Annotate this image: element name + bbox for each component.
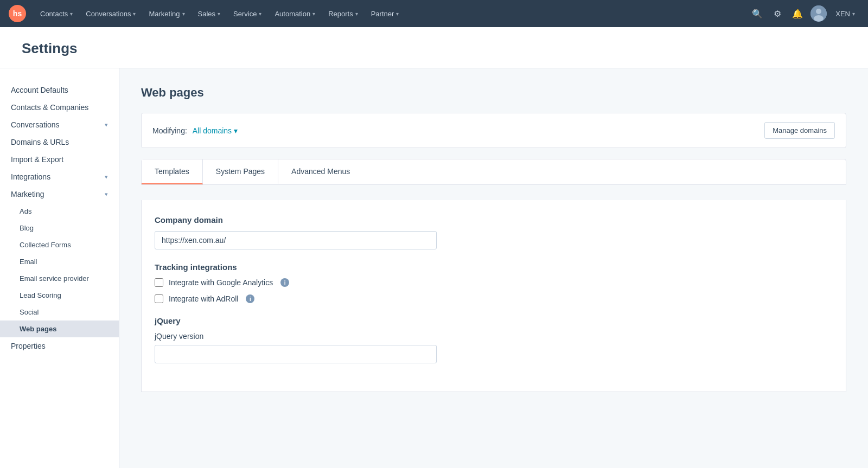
settings-layout: Account Defaults Contacts & Companies Co… [0, 68, 868, 468]
chevron-down-icon: ▾ [355, 11, 358, 17]
user-menu[interactable]: XEN ▾ [831, 7, 859, 21]
settings-sidebar: Account Defaults Contacts & Companies Co… [0, 68, 119, 468]
info-icon[interactable]: i [280, 278, 289, 287]
chevron-down-icon: ▾ [259, 11, 261, 17]
sidebar-item-import-export[interactable]: Import & Export [0, 151, 119, 168]
chevron-down-icon: ▾ [105, 121, 108, 129]
sidebar-item-ads[interactable]: Ads [0, 203, 119, 220]
info-icon[interactable]: i [246, 294, 254, 303]
tab-templates[interactable]: Templates [142, 159, 203, 184]
avatar[interactable] [810, 5, 827, 22]
modifying-bar: Modifying: All domains ▾ Manage domains [141, 113, 846, 148]
sidebar-item-account-defaults[interactable]: Account Defaults [0, 81, 119, 99]
sidebar-item-properties[interactable]: Properties [0, 337, 119, 355]
sidebar-item-integrations[interactable]: Integrations ▾ [0, 168, 119, 185]
nav-partner[interactable]: Partner ▾ [366, 7, 405, 21]
tab-content: Company domain Tracking integrations Int… [141, 200, 846, 392]
bell-icon[interactable]: 🔔 [789, 5, 806, 22]
search-icon[interactable]: 🔍 [749, 5, 766, 22]
gear-icon[interactable]: ⚙ [770, 5, 784, 22]
company-domain-input[interactable] [155, 231, 437, 249]
tabs: Templates System Pages Advanced Menus [141, 159, 846, 185]
tabs-container: Templates System Pages Advanced Menus Co… [141, 159, 846, 392]
sidebar-item-social[interactable]: Social [0, 304, 119, 320]
nav-service[interactable]: Service ▾ [228, 7, 267, 21]
jquery-section: jQuery jQuery version [155, 316, 833, 376]
sidebar-item-web-pages[interactable]: Web pages [0, 320, 119, 337]
chevron-down-icon: ▾ [105, 191, 108, 198]
modifying-label-group: Modifying: All domains ▾ [152, 126, 238, 135]
svg-point-3 [816, 9, 821, 14]
jquery-version-input[interactable] [155, 345, 437, 363]
chevron-down-icon: ▾ [396, 11, 399, 17]
settings-page-title: Settings [22, 40, 846, 57]
adroll-row: Integrate with AdRoll i [155, 294, 833, 303]
nav-reports[interactable]: Reports ▾ [323, 7, 363, 21]
top-navigation: hs Contacts ▾ Conversations ▾ Marketing … [0, 0, 868, 27]
google-analytics-row: Integrate with Google Analytics i [155, 278, 833, 287]
jquery-version-label: jQuery version [155, 332, 833, 341]
tracking-integrations-label: Tracking integrations [155, 262, 833, 272]
nav-automation[interactable]: Automation ▾ [269, 7, 321, 21]
jquery-label: jQuery [155, 316, 833, 325]
nav-marketing[interactable]: Marketing ▾ [143, 7, 190, 21]
nav-sales[interactable]: Sales ▾ [193, 7, 226, 21]
chevron-down-icon: ▾ [70, 11, 73, 17]
chevron-down-icon: ▾ [105, 174, 108, 181]
nav-right-actions: 🔍 ⚙ 🔔 XEN ▾ [749, 5, 859, 22]
chevron-down-icon: ▾ [218, 11, 220, 17]
sidebar-item-domains-urls[interactable]: Domains & URLs [0, 133, 119, 151]
sidebar-item-blog[interactable]: Blog [0, 220, 119, 236]
adroll-checkbox[interactable] [155, 294, 163, 303]
adroll-label: Integrate with AdRoll [169, 294, 238, 303]
tab-advanced-menus[interactable]: Advanced Menus [278, 159, 363, 184]
page-title: Web pages [141, 86, 846, 100]
google-analytics-label: Integrate with Google Analytics [169, 278, 273, 287]
svg-text:hs: hs [13, 9, 22, 18]
chevron-down-icon: ▾ [234, 126, 238, 135]
chevron-down-icon: ▾ [852, 11, 855, 17]
sidebar-item-conversations[interactable]: Conversations ▾ [0, 116, 119, 133]
sidebar-item-email[interactable]: Email [0, 253, 119, 270]
nav-contacts[interactable]: Contacts ▾ [35, 7, 78, 21]
all-domains-dropdown[interactable]: All domains ▾ [193, 126, 238, 135]
svg-point-4 [814, 15, 824, 22]
nav-conversations[interactable]: Conversations ▾ [80, 7, 141, 21]
sidebar-item-email-service-provider[interactable]: Email service provider [0, 270, 119, 287]
hubspot-logo[interactable]: hs [9, 5, 26, 22]
modifying-label: Modifying: [152, 126, 187, 135]
tracking-integrations-section: Tracking integrations Integrate with Goo… [155, 262, 833, 303]
main-content: Web pages Modifying: All domains ▾ Manag… [119, 68, 868, 468]
sidebar-item-lead-scoring[interactable]: Lead Scoring [0, 287, 119, 304]
company-domain-section: Company domain [155, 215, 833, 262]
sidebar-item-collected-forms[interactable]: Collected Forms [0, 236, 119, 253]
settings-header: Settings [0, 27, 868, 68]
sidebar-item-marketing[interactable]: Marketing ▾ [0, 185, 119, 203]
tab-system-pages[interactable]: System Pages [203, 159, 278, 184]
google-analytics-checkbox[interactable] [155, 278, 163, 287]
company-domain-label: Company domain [155, 215, 833, 225]
manage-domains-button[interactable]: Manage domains [764, 122, 835, 139]
chevron-down-icon: ▾ [182, 11, 185, 17]
chevron-down-icon: ▾ [312, 11, 315, 17]
chevron-down-icon: ▾ [133, 11, 136, 17]
sidebar-item-contacts-companies[interactable]: Contacts & Companies [0, 99, 119, 116]
